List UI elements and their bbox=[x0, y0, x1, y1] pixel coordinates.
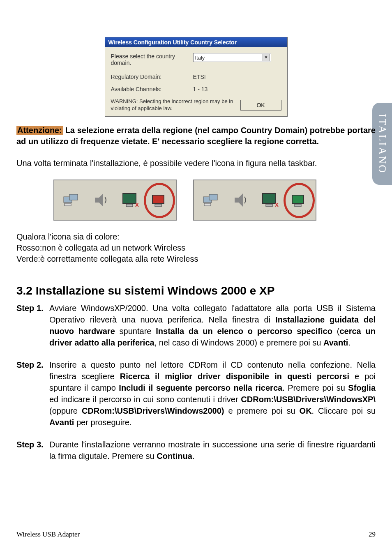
value-domain: ETSI bbox=[193, 74, 281, 80]
label-domain: Regulatory Domain: bbox=[111, 74, 193, 80]
svg-rect-14 bbox=[266, 204, 272, 207]
footer-left: Wireless USB Adapter bbox=[16, 530, 80, 539]
svg-rect-10 bbox=[209, 194, 217, 200]
icon-color-red: Rosso:non è collegata ad un network Wire… bbox=[16, 242, 376, 253]
taskbar-examples: x x bbox=[53, 180, 376, 221]
attention-text: La selezione errata della regione (nel c… bbox=[16, 126, 376, 146]
icon-color-intro: Qualora l'icona sia di colore: bbox=[16, 231, 376, 242]
icon-color-legend: Qualora l'icona sia di colore: Rosso:non… bbox=[16, 231, 376, 265]
taskbar-red: x bbox=[53, 180, 177, 221]
post-install-text: Una volta terminata l'installazione, è p… bbox=[16, 158, 376, 169]
svg-text:x: x bbox=[135, 201, 139, 208]
svg-rect-2 bbox=[65, 203, 71, 206]
speaker-icon bbox=[90, 189, 111, 211]
dialog-title: Wireless Configuration Utility Country S… bbox=[105, 37, 287, 47]
monitor-icon: x bbox=[119, 189, 140, 211]
page-footer: Wireless USB Adapter 29 bbox=[16, 530, 376, 539]
label-channels: Available Channels: bbox=[111, 86, 193, 92]
step-3: Step 3. Durante l'installazione verranno… bbox=[16, 439, 376, 462]
country-selector-dialog: Wireless Configuration Utility Country S… bbox=[105, 37, 288, 117]
step-2-body: Inserire a questo punto nel lettore CDRo… bbox=[49, 359, 376, 428]
svg-text:x: x bbox=[275, 201, 279, 208]
highlight-circle-green bbox=[284, 183, 315, 218]
value-channels: 1 - 13 bbox=[193, 86, 281, 92]
speaker-icon bbox=[230, 189, 251, 211]
step-2-label: Step 2. bbox=[16, 359, 49, 428]
step-3-body: Durante l'installazione verranno mostrat… bbox=[49, 439, 376, 462]
step-1-label: Step 1. bbox=[16, 302, 49, 348]
step-2: Step 2. Inserire a questo punto nel lett… bbox=[16, 359, 376, 428]
step-1-body: Avviare WindowsXP/2000. Una volta colleg… bbox=[49, 302, 376, 348]
taskbar-green: x bbox=[193, 180, 316, 221]
footer-page-number: 29 bbox=[369, 530, 376, 539]
svg-rect-13 bbox=[263, 193, 276, 203]
step-3-label: Step 3. bbox=[16, 439, 49, 462]
ok-button[interactable]: OK bbox=[240, 100, 281, 111]
svg-marker-12 bbox=[235, 193, 243, 207]
svg-rect-5 bbox=[126, 204, 133, 207]
country-select-value: Italy bbox=[195, 55, 205, 61]
svg-rect-4 bbox=[123, 193, 136, 203]
highlight-circle-red bbox=[144, 183, 175, 218]
svg-marker-3 bbox=[95, 193, 103, 207]
monitor-icon: x bbox=[258, 189, 280, 211]
section-title: 3.2 Installazione su sistemi Windows 200… bbox=[16, 284, 376, 297]
attention-label: Attenzione: bbox=[16, 126, 63, 135]
label-country: Please select the country domain. bbox=[111, 53, 193, 66]
icon-color-green: Verde:è correttamente collegata alla ret… bbox=[16, 253, 376, 265]
attention-block: Attenzione: La selezione errata della re… bbox=[16, 125, 376, 147]
step-1: Step 1. Avviare WindowsXP/2000. Una volt… bbox=[16, 302, 376, 348]
svg-rect-1 bbox=[69, 194, 78, 200]
chevron-down-icon: ▼ bbox=[263, 54, 270, 61]
dialog-warning: WARNING: Selecting the incorrect region … bbox=[111, 98, 235, 112]
svg-rect-11 bbox=[204, 203, 211, 206]
country-select[interactable]: Italy ▼ bbox=[193, 53, 271, 62]
computers-icon bbox=[61, 189, 83, 211]
computers-icon bbox=[201, 189, 222, 211]
